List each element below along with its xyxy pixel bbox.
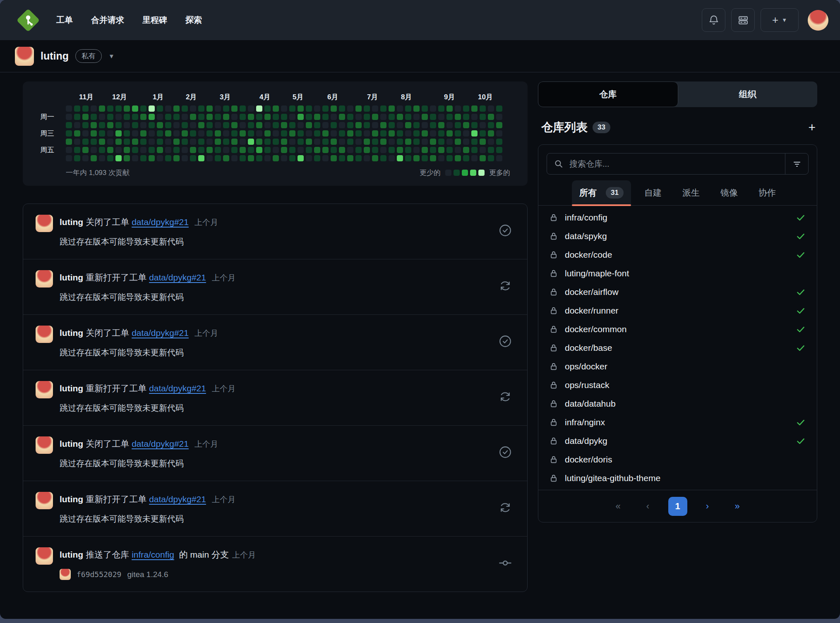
actor-avatar[interactable]	[36, 547, 53, 565]
heatmap-cell	[446, 139, 453, 145]
repo-item[interactable]: docker/doris	[538, 450, 817, 469]
repo-name-link[interactable]: luting/maple-font	[565, 268, 629, 278]
activity-target-link[interactable]: infra/config	[132, 550, 174, 559]
repo-name-link[interactable]: docker/common	[565, 324, 626, 334]
repo-filter-协作[interactable]: 协作	[751, 180, 783, 205]
heatmap-cell	[405, 147, 411, 153]
issue-closed-icon	[498, 223, 512, 239]
heatmap-month-label: 6月	[327, 92, 338, 102]
activity-actor[interactable]: luting	[60, 217, 83, 227]
repo-item[interactable]: docker/base	[538, 338, 817, 357]
repo-item[interactable]: luting/gitea-github-theme	[538, 469, 817, 487]
heatmap-cell	[66, 105, 72, 112]
actor-avatar[interactable]	[36, 215, 53, 232]
activity-target-link[interactable]: data/dpykg#21	[132, 439, 189, 448]
heatmap-cell	[82, 105, 89, 112]
repo-name-link[interactable]: data/datahub	[565, 399, 616, 409]
repo-filter-所有[interactable]: 所有31	[572, 180, 631, 205]
pagination-last-button[interactable]: »	[728, 497, 747, 516]
activity-comment: 跳过存在版本可能导致未更新代码	[60, 403, 492, 414]
repo-filter-button[interactable]	[785, 153, 808, 174]
repo-item[interactable]: data/spykg	[538, 227, 817, 245]
repo-name-link[interactable]: docker/base	[565, 343, 612, 353]
activity-timestamp: 上个月	[194, 218, 218, 227]
repo-filter-派生[interactable]: 派生	[675, 180, 707, 205]
activity-actor[interactable]: luting	[60, 328, 83, 338]
activity-actor[interactable]: luting	[60, 439, 83, 448]
activity-actor[interactable]: luting	[60, 273, 83, 282]
repo-name-link[interactable]: luting/gitea-github-theme	[565, 473, 660, 483]
actor-avatar[interactable]	[36, 492, 53, 509]
repo-item[interactable]: ops/rustack	[538, 376, 817, 394]
heatmap-cell	[355, 122, 362, 128]
repo-filter-镜像[interactable]: 镜像	[713, 180, 745, 205]
repo-name-link[interactable]: docker/runner	[565, 306, 619, 316]
actor-avatar[interactable]	[36, 326, 53, 343]
activity-target-link[interactable]: data/dpykg#21	[149, 383, 206, 393]
repo-filter-自建[interactable]: 自建	[637, 180, 669, 205]
actor-avatar[interactable]	[36, 270, 53, 288]
activity-commit-line: f69d552029gitea 1.24.6	[60, 569, 492, 580]
activity-target-link[interactable]: data/dpykg#21	[149, 273, 206, 282]
activity-actor[interactable]: luting	[60, 383, 83, 393]
create-new-button[interactable]: + ▼	[761, 8, 799, 32]
repo-item[interactable]: data/dpykg	[538, 431, 817, 450]
profile-avatar[interactable]	[15, 47, 34, 66]
repo-item[interactable]: docker/runner	[538, 301, 817, 320]
gitea-logo-icon[interactable]	[17, 10, 39, 31]
profile-dropdown-caret-icon[interactable]: ▼	[108, 53, 115, 60]
repo-item[interactable]: ops/docker	[538, 357, 817, 376]
pagination-current-page[interactable]: 1	[668, 497, 687, 516]
repo-item[interactable]: data/datahub	[538, 394, 817, 413]
repo-item[interactable]: luting/maple-font	[538, 264, 817, 283]
nav-item-探索[interactable]: 探索	[178, 10, 209, 30]
repo-name-link[interactable]: docker/code	[565, 250, 612, 260]
admin-panel-button[interactable]	[731, 8, 755, 32]
repo-item[interactable]: infra/config	[538, 208, 817, 227]
repo-name-link[interactable]: ops/rustack	[565, 380, 609, 390]
pagination-first-button[interactable]: «	[609, 497, 628, 516]
activity-actor[interactable]: luting	[60, 550, 83, 559]
heatmap-cell	[66, 130, 72, 137]
actor-avatar[interactable]	[36, 436, 53, 454]
activity-actor[interactable]: luting	[60, 494, 83, 504]
repo-name-link[interactable]: infra/nginx	[565, 417, 605, 427]
user-avatar[interactable]	[808, 10, 828, 31]
activity-target-link[interactable]: data/dpykg#21	[132, 328, 189, 338]
activity-item: luting关闭了工单data/dpykg#21上个月跳过存在版本可能导致未更新…	[23, 204, 527, 259]
nav-item-里程碑[interactable]: 里程碑	[135, 10, 175, 30]
heatmap-cell	[372, 147, 378, 153]
heatmap-cell	[82, 122, 89, 128]
heatmap-cell	[248, 105, 254, 112]
activity-target-link[interactable]: data/dpykg#21	[132, 217, 189, 227]
actor-avatar[interactable]	[36, 381, 53, 398]
heatmap-cell	[74, 155, 80, 161]
repo-name-link[interactable]: data/dpykg	[565, 436, 607, 446]
pagination-prev-button[interactable]: ‹	[638, 497, 658, 516]
pagination-next-button[interactable]: ›	[698, 497, 717, 516]
activity-title: luting重新打开了工单data/dpykg#21上个月	[60, 383, 492, 394]
repo-name-link[interactable]: ops/docker	[565, 362, 607, 371]
nav-item-工单[interactable]: 工单	[49, 10, 80, 30]
activity-target-link[interactable]: data/dpykg#21	[149, 494, 206, 504]
heatmap-cell	[298, 139, 304, 145]
repo-item[interactable]: infra/nginx	[538, 413, 817, 431]
heatmap-cell	[331, 155, 337, 161]
heatmap-cell	[364, 139, 370, 145]
heatmap-cell	[140, 155, 146, 161]
repo-search-input[interactable]	[569, 159, 785, 169]
repo-item[interactable]: docker/airflow	[538, 283, 817, 301]
repo-name-link[interactable]: infra/config	[565, 213, 607, 223]
sidebar-tab-仓库[interactable]: 仓库	[538, 81, 678, 107]
repo-item[interactable]: docker/common	[538, 320, 817, 338]
repo-name-link[interactable]: data/spykg	[565, 231, 607, 241]
sidebar-tab-组织[interactable]: 组织	[678, 81, 818, 107]
repo-name-link[interactable]: docker/doris	[565, 455, 612, 465]
nav-item-合并请求[interactable]: 合并请求	[84, 10, 132, 30]
notifications-button[interactable]	[702, 8, 725, 32]
repo-item[interactable]: docker/code	[538, 245, 817, 264]
repo-name-link[interactable]: docker/airflow	[565, 287, 619, 297]
navbar-right: + ▼	[702, 8, 828, 32]
commit-hash-link[interactable]: f69d552029	[77, 570, 121, 579]
add-repo-button[interactable]: +	[808, 121, 816, 134]
